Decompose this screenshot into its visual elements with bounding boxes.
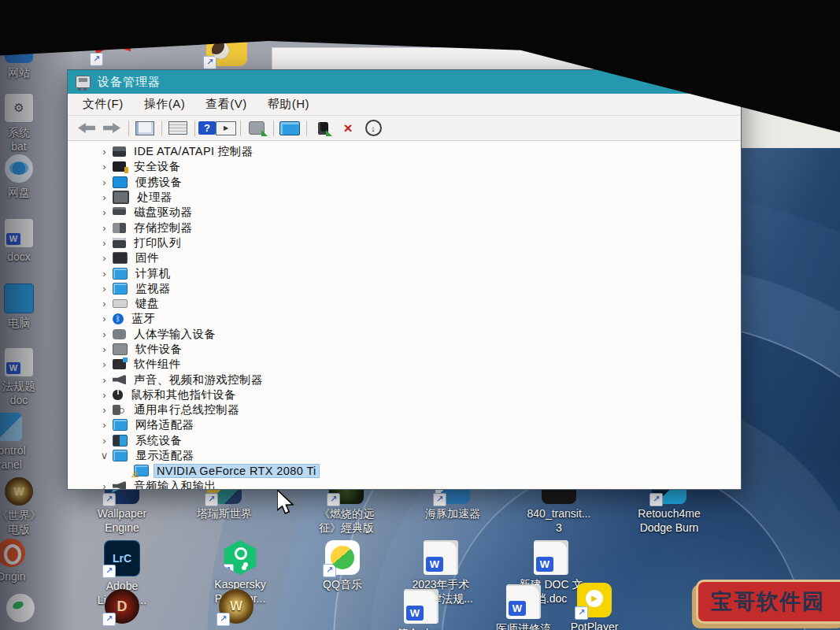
tree-row[interactable]: NVIDIA GeForce RTX 2080 Ti: [98, 463, 741, 478]
scan-hardware-button[interactable]: [244, 119, 269, 138]
tree-row[interactable]: › 软件组件: [98, 357, 741, 372]
menu-item[interactable]: 文件(F): [72, 97, 134, 112]
chevron-icon[interactable]: ›: [98, 374, 111, 386]
update-driver-button[interactable]: [277, 119, 302, 138]
separator[interactable]: [157, 119, 165, 138]
chevron-icon[interactable]: ›: [98, 268, 111, 280]
desktop-icon-wow-classic[interactable]: 《世界》 电版: [0, 477, 50, 536]
chevron-icon[interactable]: ›: [98, 435, 111, 447]
chevron-icon[interactable]: ›: [98, 313, 111, 324]
desktop-icon-green-ball[interactable]: [0, 594, 52, 626]
menu-item[interactable]: 帮助(H): [257, 97, 320, 112]
shortcut-arrow-icon: [102, 565, 116, 578]
disable-device-button[interactable]: ↓: [361, 119, 386, 138]
tree-row[interactable]: › 监视器: [98, 281, 741, 296]
desktop-icon-label: 系统: [8, 126, 30, 139]
device-label: 显示适配器: [133, 448, 197, 463]
separator[interactable]: [302, 119, 310, 138]
device-window-button[interactable]: [165, 119, 191, 138]
desktop-icon-origin[interactable]: Origin: [0, 539, 43, 584]
desktop-icon-label: bat: [11, 140, 26, 154]
chevron-icon[interactable]: ›: [98, 298, 111, 309]
chevron-icon[interactable]: ›: [98, 146, 111, 158]
show-window-button[interactable]: ▶: [216, 121, 236, 135]
tree-row[interactable]: › IDE ATA/ATAPI 控制器: [98, 144, 741, 159]
chevron-icon[interactable]: ›: [98, 419, 111, 431]
chevron-icon[interactable]: ›: [98, 480, 111, 489]
menu-item[interactable]: 查看(V): [195, 97, 257, 112]
device-label: 打印队列: [131, 235, 183, 250]
tree-row[interactable]: › 处理器: [98, 190, 741, 205]
desktop-icon-raccoon-app[interactable]: [206, 35, 247, 66]
device-category-icon: [113, 313, 124, 324]
toolbar-glyph: ↓: [371, 124, 376, 133]
separator[interactable]: [269, 119, 277, 138]
tree-row[interactable]: › 声音、视频和游戏控制器: [98, 372, 741, 387]
chevron-icon[interactable]: ›: [98, 343, 111, 355]
device-category-icon: [113, 343, 128, 355]
tree-row[interactable]: ∨ 显示适配器: [98, 448, 741, 463]
install-driver-button[interactable]: [310, 119, 335, 138]
separator[interactable]: [236, 119, 244, 138]
chevron-icon[interactable]: ›: [98, 404, 111, 416]
chevron-icon[interactable]: ›: [98, 161, 111, 172]
desktop-icon-potplayer[interactable]: PotPlayer: [543, 583, 646, 630]
properties-button[interactable]: [132, 119, 157, 138]
uninstall-device-button[interactable]: ×: [335, 119, 361, 138]
help-button[interactable]: ?: [198, 121, 216, 135]
desktop-icon-qq-music[interactable]: QQ音乐: [291, 540, 394, 592]
tree-row[interactable]: › 便携设备: [98, 175, 741, 190]
desktop-icon-wow[interactable]: [185, 589, 287, 628]
chevron-icon[interactable]: ›: [98, 206, 111, 218]
tree-row[interactable]: › 安全设备: [98, 159, 741, 174]
desktop-icon-netdisk[interactable]: 网盘: [0, 154, 50, 200]
device-label: 声音、视频和游戏控制器: [131, 372, 265, 387]
desktop-icon-fagui-doc[interactable]: 法规题 doc: [0, 348, 50, 407]
tree-row[interactable]: › 系统设备: [98, 433, 741, 448]
device-label: 通用串行总线控制器: [131, 402, 242, 417]
desktop-icon-docx-file[interactable]: docx: [0, 219, 50, 265]
chevron-icon[interactable]: ›: [98, 252, 111, 264]
tree-row[interactable]: › 存储控制器: [98, 220, 741, 235]
chevron-icon[interactable]: ›: [98, 222, 111, 234]
chevron-icon[interactable]: ›: [98, 283, 111, 295]
tree-row[interactable]: › 音频输入和输出: [98, 479, 741, 489]
window-titlebar[interactable]: 设备管理器: [68, 70, 741, 94]
chevron-icon[interactable]: ›: [98, 358, 111, 370]
desktop-icon-control-panel[interactable]: Control Panel: [0, 413, 39, 472]
chevron-icon[interactable]: ›: [98, 176, 111, 188]
tree-row[interactable]: › 固件: [98, 250, 741, 265]
separator[interactable]: [191, 119, 198, 138]
chevron-icon[interactable]: ∨: [98, 450, 111, 461]
desktop-icon-site[interactable]: 网站: [0, 35, 50, 80]
chevron-icon[interactable]: ›: [98, 191, 111, 203]
tree-row[interactable]: › 网络适配器: [98, 417, 741, 432]
chevron-icon[interactable]: ›: [98, 237, 111, 249]
toolbar: ? ▶ × ↓: [68, 116, 741, 141]
desktop-icon-label: 电版: [8, 523, 30, 536]
desktop-icon-this-pc[interactable]: 电脑: [0, 284, 50, 331]
chevron-icon[interactable]: ›: [98, 328, 111, 340]
desktop-icon-diablo[interactable]: [71, 589, 173, 628]
back-button[interactable]: [74, 119, 99, 138]
shortcut-arrow-icon: [433, 493, 446, 506]
desktop-icon-docx[interactable]: 简介.docx: [370, 589, 472, 630]
tree-row[interactable]: › 人体学输入设备: [98, 327, 741, 342]
desktop-icon-image: [219, 589, 253, 624]
tree-row[interactable]: › 通用串行总线控制器: [98, 402, 741, 417]
tree-row[interactable]: › 软件设备: [98, 342, 741, 357]
shortcut-arrow-icon: [323, 564, 336, 577]
separator[interactable]: [124, 119, 132, 138]
tree-row[interactable]: › 鼠标和其他指针设备: [98, 387, 741, 402]
tree-row[interactable]: › 打印队列: [98, 235, 741, 250]
chevron-icon[interactable]: ›: [98, 389, 111, 401]
tree-row[interactable]: › 磁盘驱动器: [98, 205, 741, 220]
tree-row[interactable]: › 蓝牙: [98, 311, 741, 326]
forward-button[interactable]: [99, 119, 124, 138]
desktop-icon-red-app[interactable]: [93, 35, 132, 63]
tree-row[interactable]: › 计算机: [98, 265, 741, 280]
desktop-icon-image: [4, 93, 34, 123]
desktop-icon-system-bat[interactable]: 系统 bat: [0, 93, 50, 154]
tree-row[interactable]: › 键盘: [98, 296, 741, 311]
menu-item[interactable]: 操作(A): [134, 97, 196, 112]
